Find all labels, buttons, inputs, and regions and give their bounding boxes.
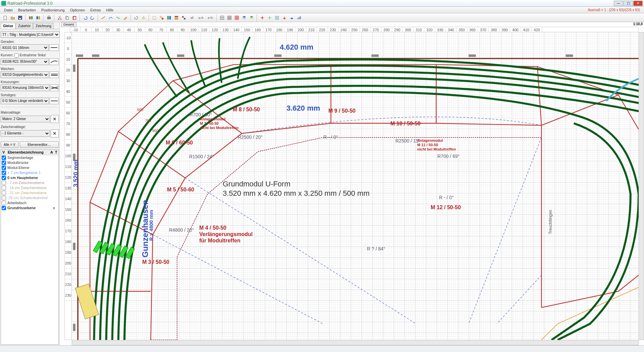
select-atob-icon[interactable]: a=b <box>197 14 205 21</box>
layer-checkbox[interactable] <box>2 186 6 190</box>
menu-optionen[interactable]: Optionen <box>67 7 88 13</box>
select5-icon[interactable] <box>180 14 187 21</box>
sonstiges-preview[interactable] <box>50 98 59 104</box>
grid3-icon[interactable] <box>233 14 240 21</box>
redo-icon[interactable] <box>89 14 96 21</box>
minimize-button[interactable]: — <box>614 1 623 6</box>
kreuzungen-select[interactable]: 83161 Kreuzung 166mm/15 <box>1 84 50 91</box>
geraden-select[interactable]: 83101 G1 166mm <box>1 44 49 51</box>
layer-row[interactable]: - 14 cm Zwischenebene <box>1 185 58 190</box>
align3-icon[interactable] <box>274 14 280 21</box>
select4-icon[interactable] <box>173 14 180 21</box>
ruler-tick: 10 <box>92 27 102 32</box>
zwischen-clear-button[interactable]: ✕ <box>51 129 59 137</box>
tool-edit-icon[interactable] <box>122 14 129 21</box>
ruler-tick: 170 <box>263 27 274 32</box>
kreuzungen-preview[interactable] <box>50 84 59 91</box>
kurven-preview[interactable] <box>49 58 59 65</box>
layer-row[interactable]: Modul-Ebene <box>1 165 58 170</box>
library2-icon[interactable] <box>35 14 42 21</box>
new-icon[interactable] <box>2 14 9 21</box>
layer-view2-icon[interactable] <box>248 14 255 21</box>
alle-v-button[interactable]: Alle = V <box>1 141 18 148</box>
ebeneneditor-button[interactable]: Ebeneneditor… <box>20 141 59 148</box>
layer-checkbox[interactable] <box>2 206 6 210</box>
layer-checkbox[interactable] <box>2 196 6 200</box>
layer-view-icon[interactable] <box>241 14 248 21</box>
tab-zubehoer[interactable]: Zubehör <box>16 23 33 29</box>
layer-row[interactable]: - 7 cm Zwischenebene <box>1 180 58 185</box>
select1-icon[interactable] <box>151 14 158 21</box>
layer-checkbox[interactable] <box>2 161 6 165</box>
grid1-icon[interactable] <box>219 14 225 21</box>
svg-rect-52 <box>566 54 573 57</box>
menu-hilfe[interactable]: Hilfe <box>103 7 116 13</box>
tool-line-icon[interactable] <box>100 14 107 21</box>
menu-bearbeiten[interactable]: Bearbeiten <box>15 7 39 13</box>
layer-row[interactable]: Modulbrücke <box>1 160 58 165</box>
weichen-select[interactable]: 83210 Doppelgleisverbindu <box>1 71 49 78</box>
makro-select[interactable]: Makro: 2 Gleise <box>1 116 50 122</box>
align1-icon[interactable] <box>259 14 266 21</box>
makro-clear-button[interactable]: ✕ <box>51 115 59 123</box>
rotate-icon[interactable] <box>133 14 140 21</box>
layer-row[interactable]: + 7 cm Bergebene 1 <box>1 170 58 175</box>
layer-checkbox[interactable] <box>2 181 6 185</box>
layer-row[interactable]: Segmentanlage <box>1 155 58 160</box>
tool-curve-icon[interactable] <box>107 14 114 21</box>
ruler-tick: 230 <box>328 27 338 32</box>
vertical-scrollbar[interactable] <box>639 32 644 340</box>
ruler-tick: 340 <box>446 27 457 32</box>
align2-icon[interactable] <box>266 14 273 21</box>
layer-row[interactable]: -25 cm Schattenbahnhof <box>1 195 58 200</box>
layer-checkbox[interactable] <box>2 176 6 180</box>
sonstiges-select[interactable]: 0 G 50cm Länge veränderb <box>1 98 49 104</box>
menu-datei[interactable]: Datei <box>1 7 15 13</box>
r2500-20: R2500 / 20° <box>238 134 263 140</box>
print-icon[interactable] <box>46 14 52 21</box>
maximize-button[interactable]: ▢ <box>624 1 633 6</box>
grid2-icon[interactable] <box>226 14 233 21</box>
paste-icon[interactable] <box>71 14 78 21</box>
3d2-icon[interactable] <box>288 14 295 21</box>
layer-checkbox[interactable] <box>2 156 6 160</box>
menu-positionierung[interactable]: Positionierung <box>39 7 67 13</box>
layer-row[interactable]: Arbeitstisch <box>1 200 58 206</box>
layer-row[interactable]: Grundrissebenex <box>1 206 58 211</box>
layer-checkbox[interactable] <box>2 201 6 205</box>
3d-icon[interactable] <box>281 14 288 21</box>
select-atob2-icon[interactable]: a+b <box>206 14 215 21</box>
close-button[interactable]: ✕ <box>633 1 643 6</box>
cut-icon[interactable] <box>56 14 63 21</box>
horizontal-scrollbar[interactable] <box>72 340 639 345</box>
layer-checkbox[interactable] <box>2 171 6 175</box>
geraden-preview[interactable] <box>49 44 59 51</box>
mirror-icon[interactable] <box>140 14 147 21</box>
tool-flex-icon[interactable] <box>115 14 121 21</box>
open-icon[interactable] <box>9 14 16 21</box>
layer-checkbox[interactable] <box>2 166 6 170</box>
select3-icon[interactable] <box>166 14 172 21</box>
save-icon[interactable] <box>17 14 23 21</box>
kurven-links-checkbox[interactable] <box>14 53 19 58</box>
ruler-tick: 390 <box>499 27 510 32</box>
select-all-icon[interactable]: all <box>188 14 196 21</box>
select2-icon[interactable] <box>158 14 165 21</box>
tab-gleise[interactable]: Gleise <box>1 23 15 29</box>
canvas-area[interactable]: Gesamt 1:10,0 -1001020304050607080901001… <box>60 22 644 345</box>
undo-icon[interactable] <box>82 14 89 21</box>
zwischen-select[interactable]: - 2 Elemente - <box>1 130 50 137</box>
layer-row[interactable]: 0 cm Hauptebene <box>1 175 58 180</box>
layer-row[interactable]: - 21 cm Zwischenebene <box>1 190 58 195</box>
drawing-canvas[interactable]: 4.620 mm 3.620 mm 3.520 mm Gunzenhausen … <box>72 32 639 340</box>
menu-extras[interactable]: Extras <box>88 7 103 13</box>
chart-icon[interactable] <box>296 14 303 21</box>
weichen-preview[interactable] <box>50 71 59 78</box>
copy-icon[interactable] <box>64 14 70 21</box>
library-icon[interactable] <box>28 14 34 21</box>
tab-zeichnung[interactable]: Zeichnung <box>33 23 54 29</box>
canvas-tab-gesamt[interactable]: Gesamt <box>61 22 76 27</box>
tracklib-select[interactable]: TT - Tillig - Modellgleis [C:\Users\F <box>1 31 60 38</box>
kurven-select[interactable]: 83106 R21 353mm/30° <box>1 58 49 65</box>
layer-checkbox[interactable] <box>2 191 6 195</box>
